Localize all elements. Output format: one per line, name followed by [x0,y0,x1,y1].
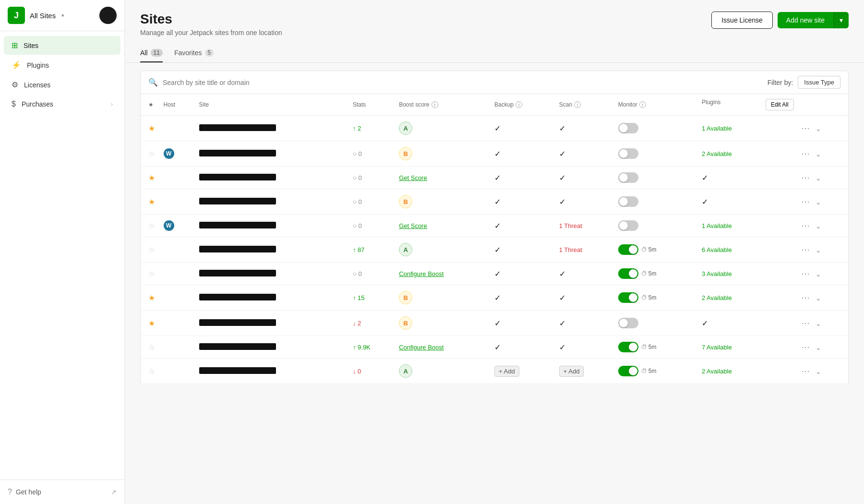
plugins-available-label[interactable]: 2 Available [702,368,732,375]
backup-add-button[interactable]: + Add [494,366,519,377]
expand-row-button[interactable]: ⌄ [816,368,821,375]
site-name-bar[interactable] [199,343,276,350]
more-options-button[interactable]: ··· [802,342,810,352]
expand-row-button[interactable]: ⌄ [816,125,821,132]
expand-row-button[interactable]: ⌄ [816,344,821,351]
monitor-toggle[interactable] [618,244,638,255]
all-sites-chevron-icon[interactable]: ▾ [61,12,64,19]
plugins-available-label[interactable]: 3 Available [702,270,732,277]
plugins-available-label[interactable]: 7 Available [702,344,732,351]
add-new-site-chevron-icon[interactable]: ▾ [833,12,849,28]
site-name-bar[interactable] [199,222,276,228]
expand-row-button[interactable]: ⌄ [816,320,821,327]
tab-all[interactable]: All 11 [140,44,163,62]
filter-issue-type-button[interactable]: Issue Type [798,76,840,89]
avatar[interactable] [99,7,117,24]
monitor-toggle[interactable] [618,148,638,159]
star-icon[interactable]: ★ [148,174,155,182]
monitor-toggle[interactable] [618,172,638,183]
search-input[interactable] [163,79,763,86]
star-icon[interactable]: ☆ [148,270,155,278]
site-name-bar[interactable] [199,294,276,300]
star-icon[interactable]: ☆ [148,246,155,254]
more-options-button[interactable]: ··· [802,173,810,182]
edit-all-button[interactable]: Edit All [766,99,794,110]
more-options-button[interactable]: ··· [802,269,810,278]
plugins-available-label[interactable]: 2 Available [702,294,732,301]
chevron-right-icon: › [111,101,113,108]
plugins-available-label[interactable]: 2 Available [702,150,732,157]
more-options-button[interactable]: ··· [802,197,810,206]
star-icon[interactable]: ☆ [148,150,155,158]
backup-info-icon[interactable]: i [516,101,522,108]
star-icon[interactable]: ☆ [148,367,155,375]
monitor-toggle[interactable] [618,318,638,328]
more-options-button[interactable]: ··· [802,221,810,230]
expand-row-button[interactable]: ⌄ [816,150,821,158]
site-name-bar[interactable] [199,319,276,326]
more-options-button[interactable]: ··· [802,245,810,254]
get-score-link[interactable]: Get Score [399,222,427,229]
backup-check-icon: ✓ [494,246,501,254]
site-name-bar[interactable] [199,150,276,156]
site-name-bar[interactable] [199,246,276,252]
cell-scan: ✓ [555,336,614,359]
external-link-icon[interactable]: ↗ [111,488,117,496]
sidebar-item-sites[interactable]: ⊞ Sites [4,36,120,55]
scan-check-icon: ✓ [559,343,565,351]
star-icon[interactable]: ★ [148,198,155,206]
sidebar-item-purchases[interactable]: $ Purchases › [4,95,120,113]
help-label[interactable]: Get help [16,488,41,496]
plugins-available-label[interactable]: 1 Available [702,125,732,132]
site-name-bar[interactable] [199,270,276,276]
configure-boost-link[interactable]: Configure Boost [399,270,444,277]
backup-check-icon: ✓ [494,150,501,158]
expand-row-button[interactable]: ⌄ [816,294,821,302]
tab-favorites[interactable]: Favorites 5 [174,44,214,62]
monitor-toggle[interactable] [618,196,638,207]
site-name-bar[interactable] [199,367,276,374]
expand-row-button[interactable]: ⌄ [816,174,821,182]
cell-scan: 1 Threat [555,237,614,263]
boost-info-icon[interactable]: i [432,101,438,108]
expand-row-button[interactable]: ⌄ [816,246,821,254]
get-score-link[interactable]: Get Score [399,174,427,181]
monitor-toggle[interactable] [618,220,638,231]
monitor-toggle[interactable] [618,342,638,352]
site-name-bar[interactable] [199,124,276,131]
monitor-toggle[interactable] [618,268,638,279]
scan-info-icon[interactable]: i [574,101,581,108]
expand-row-button[interactable]: ⌄ [816,222,821,230]
expand-row-button[interactable]: ⌄ [816,198,821,206]
cell-boost-score: B [395,141,491,167]
monitor-info-icon[interactable]: i [639,101,646,108]
more-options-button[interactable]: ··· [802,366,810,376]
add-new-site-button[interactable]: Add new site ▾ [778,12,849,28]
more-options-button[interactable]: ··· [802,149,810,158]
sidebar-item-licenses[interactable]: ⚙ Licenses [4,75,120,94]
star-icon[interactable]: ☆ [148,343,155,351]
sidebar-item-label: Purchases [22,100,53,108]
scan-add-button[interactable]: + Add [559,366,584,377]
more-options-button[interactable]: ··· [802,318,810,328]
configure-boost-link[interactable]: Configure Boost [399,344,444,351]
monitor-toggle[interactable] [618,123,638,133]
plugins-available-label[interactable]: 6 Available [702,246,732,253]
sidebar-item-plugins[interactable]: ⚡ Plugins [4,56,120,74]
all-sites-label[interactable]: All Sites [30,12,56,20]
more-options-button[interactable]: ··· [802,293,810,302]
star-icon[interactable]: ★ [148,319,155,327]
star-icon[interactable]: ★ [148,294,155,302]
issue-license-button[interactable]: Issue License [711,12,773,29]
monitor-toggle[interactable] [618,366,638,376]
monitor-toggle[interactable] [618,292,638,303]
plugins-available-label[interactable]: 1 Available [702,222,732,229]
stat-value: ↑ 9.9K [353,344,371,351]
star-icon[interactable]: ☆ [148,222,155,230]
more-options-button[interactable]: ··· [802,123,810,133]
star-icon[interactable]: ★ [148,124,155,132]
expand-row-button[interactable]: ⌄ [816,270,821,278]
site-name-bar[interactable] [199,174,276,180]
cell-plugins: 7 Available [698,336,798,359]
site-name-bar[interactable] [199,198,276,204]
